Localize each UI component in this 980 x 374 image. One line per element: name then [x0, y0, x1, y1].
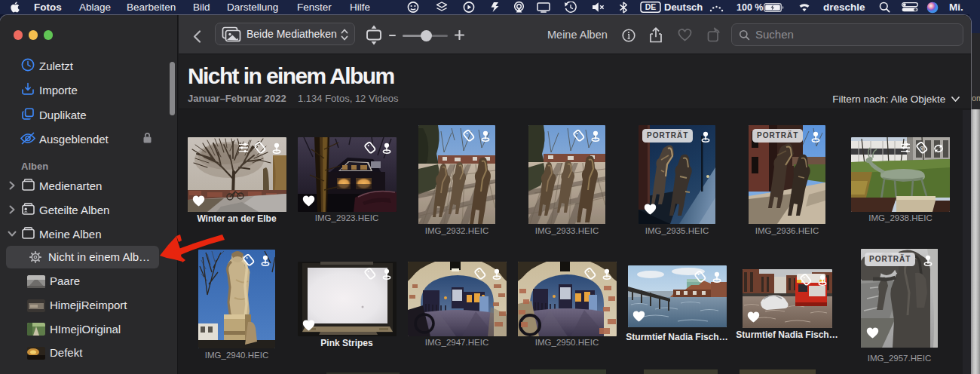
svg-text:DE: DE — [645, 2, 657, 11]
